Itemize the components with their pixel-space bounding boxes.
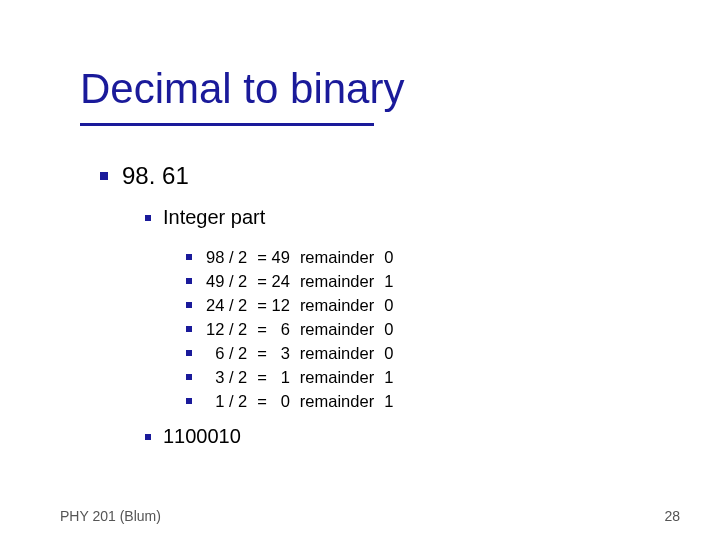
div-expr: 6 / 2 bbox=[206, 341, 247, 365]
square-bullet-icon bbox=[186, 398, 192, 404]
division-steps: 98 / 2 = 49 remainder 0 49 / 2 = 24 rema… bbox=[186, 245, 393, 413]
div-eq: = 24 bbox=[257, 269, 290, 293]
slide-title: Decimal to binary bbox=[80, 65, 404, 113]
title-underline bbox=[80, 123, 374, 126]
div-rem-val: 0 bbox=[384, 341, 393, 365]
square-bullet-icon bbox=[145, 215, 151, 221]
div-eq: = 6 bbox=[257, 317, 290, 341]
div-rem-label: remainder bbox=[300, 269, 374, 293]
square-bullet-icon bbox=[186, 278, 192, 284]
number-text: 98. 61 bbox=[122, 162, 189, 190]
division-step: 98 / 2 = 49 remainder 0 bbox=[186, 245, 393, 269]
div-expr: 12 / 2 bbox=[206, 317, 247, 341]
div-eq: = 0 bbox=[257, 389, 290, 413]
div-rem-val: 0 bbox=[384, 293, 393, 317]
div-rem-label: remainder bbox=[300, 365, 374, 389]
subhead-text: Integer part bbox=[163, 206, 265, 229]
square-bullet-icon bbox=[186, 326, 192, 332]
square-bullet-icon bbox=[186, 374, 192, 380]
div-rem-val: 1 bbox=[384, 269, 393, 293]
binary-result: 1100010 bbox=[163, 425, 241, 448]
div-rem-val: 0 bbox=[384, 245, 393, 269]
bullet-level1: 98. 61 bbox=[100, 162, 189, 190]
div-expr: 24 / 2 bbox=[206, 293, 247, 317]
slide-number: 28 bbox=[664, 508, 680, 524]
square-bullet-icon bbox=[186, 350, 192, 356]
div-rem-label: remainder bbox=[300, 341, 374, 365]
div-rem-val: 1 bbox=[384, 389, 393, 413]
square-bullet-icon bbox=[100, 172, 108, 180]
div-eq: = 1 bbox=[257, 365, 290, 389]
div-eq: = 12 bbox=[257, 293, 290, 317]
div-rem-val: 1 bbox=[384, 365, 393, 389]
div-rem-val: 0 bbox=[384, 317, 393, 341]
division-step: 49 / 2 = 24 remainder 1 bbox=[186, 269, 393, 293]
div-eq: = 49 bbox=[257, 245, 290, 269]
result-row: 1100010 bbox=[145, 425, 241, 448]
division-step: 3 / 2 = 1 remainder 1 bbox=[186, 365, 393, 389]
square-bullet-icon bbox=[145, 434, 151, 440]
division-step: 12 / 2 = 6 remainder 0 bbox=[186, 317, 393, 341]
div-expr: 1 / 2 bbox=[206, 389, 247, 413]
square-bullet-icon bbox=[186, 254, 192, 260]
div-eq: = 3 bbox=[257, 341, 290, 365]
division-step: 24 / 2 = 12 remainder 0 bbox=[186, 293, 393, 317]
div-rem-label: remainder bbox=[300, 317, 374, 341]
footer-left: PHY 201 (Blum) bbox=[60, 508, 161, 524]
div-expr: 3 / 2 bbox=[206, 365, 247, 389]
division-step: 6 / 2 = 3 remainder 0 bbox=[186, 341, 393, 365]
div-expr: 98 / 2 bbox=[206, 245, 247, 269]
div-expr: 49 / 2 bbox=[206, 269, 247, 293]
square-bullet-icon bbox=[186, 302, 192, 308]
division-step: 1 / 2 = 0 remainder 1 bbox=[186, 389, 393, 413]
div-rem-label: remainder bbox=[300, 293, 374, 317]
div-rem-label: remainder bbox=[300, 245, 374, 269]
div-rem-label: remainder bbox=[300, 389, 374, 413]
bullet-level2: Integer part bbox=[145, 206, 265, 229]
slide: Decimal to binary 98. 61 Integer part 98… bbox=[0, 0, 720, 540]
